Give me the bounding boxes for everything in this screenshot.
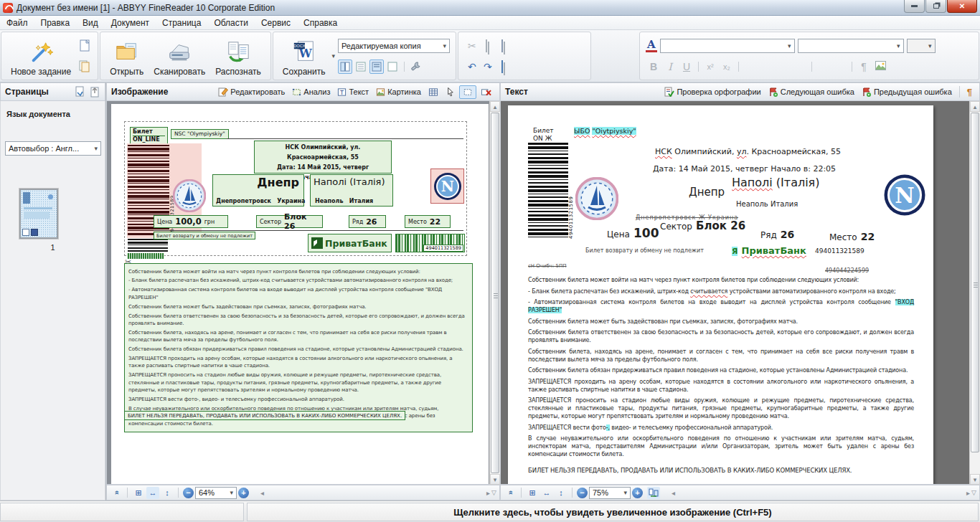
ocr-terms[interactable]: Собственник билета может войти на матч ч…: [528, 276, 914, 478]
restore-button[interactable]: [925, 0, 946, 13]
save-mode-select[interactable]: Редактируемая копия ▾: [338, 39, 450, 53]
hscroll-left-arrow[interactable]: ◂: [260, 489, 264, 497]
open-button[interactable]: Открыть: [105, 34, 149, 78]
zoom-in-button[interactable]: +: [238, 488, 249, 498]
close-button[interactable]: ✕: [947, 0, 977, 13]
scan-page-icon[interactable]: [90, 86, 100, 98]
font-color-icon[interactable]: A: [646, 39, 657, 52]
ocr-away-sub: Неаполь Италия: [736, 200, 798, 208]
marquee-select-button[interactable]: [459, 85, 476, 99]
show-formatting-marks-button[interactable]: ¶: [964, 85, 975, 99]
fit-height-button[interactable]: ↕: [555, 487, 567, 499]
menu-areas[interactable]: Области: [207, 16, 255, 29]
new-page-button[interactable]: [77, 39, 92, 53]
fit-height-button[interactable]: ↕: [161, 487, 174, 499]
edit-image-button[interactable]: Редактировать: [215, 85, 288, 98]
collapse-toolbar-button[interactable]: »: [110, 487, 123, 499]
hscroll-right-arrow[interactable]: ▸: [486, 489, 490, 497]
menu-help[interactable]: Справка: [297, 16, 344, 29]
layout-page-button[interactable]: [385, 60, 400, 74]
open-image-icon[interactable]: [75, 86, 85, 98]
splitter-expand-icon[interactable]: ▽: [491, 489, 496, 496]
paste-special-icon[interactable]: [496, 61, 512, 72]
scroll-down-arrow[interactable]: ▾: [490, 474, 500, 485]
menu-tools[interactable]: Сервис: [255, 16, 297, 29]
save-dropdown-arrow[interactable]: ▾: [330, 34, 336, 78]
cut-icon[interactable]: ✂: [464, 40, 480, 52]
zoom-out-button[interactable]: −: [183, 488, 194, 498]
image-zoom-select[interactable]: 64% ▾: [195, 487, 237, 499]
bold-button[interactable]: B: [646, 61, 661, 72]
underline-button[interactable]: U: [679, 61, 694, 72]
image-vertical-scrollbar[interactable]: ▴ ▾: [489, 101, 500, 485]
magic-wand-icon: [28, 40, 54, 65]
text-zoom-select[interactable]: 75% ▾: [589, 487, 631, 499]
hscroll-left-arrow[interactable]: ◂: [672, 489, 675, 497]
collapse-toolbar-button[interactable]: »: [504, 487, 517, 499]
zoom-in-button[interactable]: +: [632, 488, 643, 498]
document-language-select[interactable]: Автовыбор : Англ... ▾: [5, 141, 101, 156]
menu-page[interactable]: Страница: [156, 16, 207, 29]
text-panel: Текст Проверка орфографии Следующая ошиб…: [500, 82, 980, 500]
hscroll-right-arrow[interactable]: ▸: [966, 489, 970, 497]
menu-edit[interactable]: Правка: [34, 16, 77, 29]
zoom-window-hint[interactable]: Щелкните здесь, чтобы увидеть увеличенно…: [247, 503, 979, 521]
save-button[interactable]: W DOCX Сохранить: [278, 34, 331, 78]
analyze-button[interactable]: Анализ: [289, 86, 333, 98]
scan-button[interactable]: Сканировать: [149, 34, 210, 78]
zoom-out-button[interactable]: −: [577, 488, 588, 498]
text-vertical-scrollbar[interactable]: ▴ ▾: [969, 101, 980, 485]
fit-page-button[interactable]: ⊞: [526, 487, 539, 499]
menu-view[interactable]: Вид: [76, 16, 105, 29]
sync-view-button[interactable]: [647, 487, 660, 499]
layout-image-text-button[interactable]: [338, 60, 352, 74]
text-direction-button[interactable]: ¶: [856, 61, 872, 72]
picture-area-button[interactable]: Картинка: [373, 86, 424, 98]
new-task-button[interactable]: Новое задание: [6, 34, 76, 78]
layout-split-button[interactable]: [369, 60, 384, 74]
scroll-up-arrow[interactable]: ▴: [970, 101, 980, 112]
font-size-select[interactable]: ▾: [798, 39, 904, 53]
fit-width-button[interactable]: ↔: [540, 487, 553, 499]
fit-page-button[interactable]: ⊞: [132, 487, 145, 499]
insert-picture-button[interactable]: [872, 61, 888, 72]
page-thumbnail[interactable]: [19, 189, 58, 239]
italic-button[interactable]: I: [662, 61, 678, 72]
recognize-button[interactable]: Распознать: [210, 34, 266, 78]
options-wrench-button[interactable]: [409, 60, 423, 74]
font-name-select[interactable]: ▾: [660, 39, 795, 53]
ocr-term: ЗАПРЕЩАЕТСЯ проносить на стадион любые в…: [528, 397, 914, 420]
text-canvas[interactable]: Билет ON Ж ЫБО "Oiytpiyskiy" 49401132158…: [500, 101, 980, 485]
scroll-up-arrow[interactable]: ▴: [490, 101, 500, 112]
copy-icon[interactable]: [480, 40, 496, 52]
minimize-button[interactable]: [904, 0, 925, 13]
delete-area-button[interactable]: [478, 86, 495, 98]
superscript-button[interactable]: x²: [702, 62, 718, 71]
scroll-down-arrow[interactable]: ▾: [970, 474, 980, 485]
style-select[interactable]: ▾: [907, 39, 936, 53]
undo-icon[interactable]: ↶: [464, 61, 480, 72]
table-area-button[interactable]: [425, 86, 441, 98]
home-team-box: Днепр Днепропетровск Украина: [212, 174, 304, 207]
select-cursor-button[interactable]: [443, 85, 458, 98]
duplicate-page-button[interactable]: [77, 60, 92, 74]
no-return-note: Билет возврату и обмену не подлежит: [154, 232, 255, 239]
page-copy-icon: [79, 60, 90, 72]
subscript-button[interactable]: x₂: [719, 62, 735, 71]
text-area-button[interactable]: T Текст: [334, 86, 372, 98]
paste-icon[interactable]: [496, 40, 512, 52]
previous-error-button[interactable]: Предыдущая ошибка: [859, 85, 955, 98]
menu-document[interactable]: Документ: [105, 16, 156, 29]
ocr-term: - Бланк билета распечатан без искажений,…: [528, 288, 914, 295]
layout-text-only-button[interactable]: [354, 60, 368, 74]
spell-check-button[interactable]: Проверка орфографии: [661, 85, 763, 98]
fit-width-button[interactable]: ↔: [146, 487, 159, 499]
ocr-barcode-number: 494011321589: [815, 247, 864, 255]
redo-icon[interactable]: ↷: [480, 61, 496, 72]
image-canvas[interactable]: Билет ON_LINE NSC "Olympiyskiy" НСК Олим…: [106, 101, 500, 485]
next-error-button[interactable]: Следующая ошибка: [765, 85, 857, 98]
splitter-expand-icon[interactable]: ▽: [971, 489, 976, 496]
ocr-napoli-logo: N: [883, 174, 926, 219]
ocr-page[interactable]: Билет ON Ж ЫБО "Oiytpiyskiy" 49401132158…: [508, 105, 933, 484]
menu-file[interactable]: Файл: [0, 16, 34, 29]
